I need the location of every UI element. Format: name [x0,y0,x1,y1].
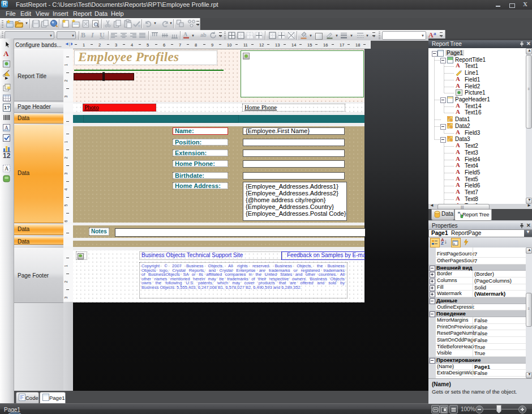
svg-text:A: A [183,31,188,37]
svg-text:A: A [5,165,9,172]
svg-text:1?: 1? [4,105,10,110]
svg-text:ab: ab [200,32,207,38]
